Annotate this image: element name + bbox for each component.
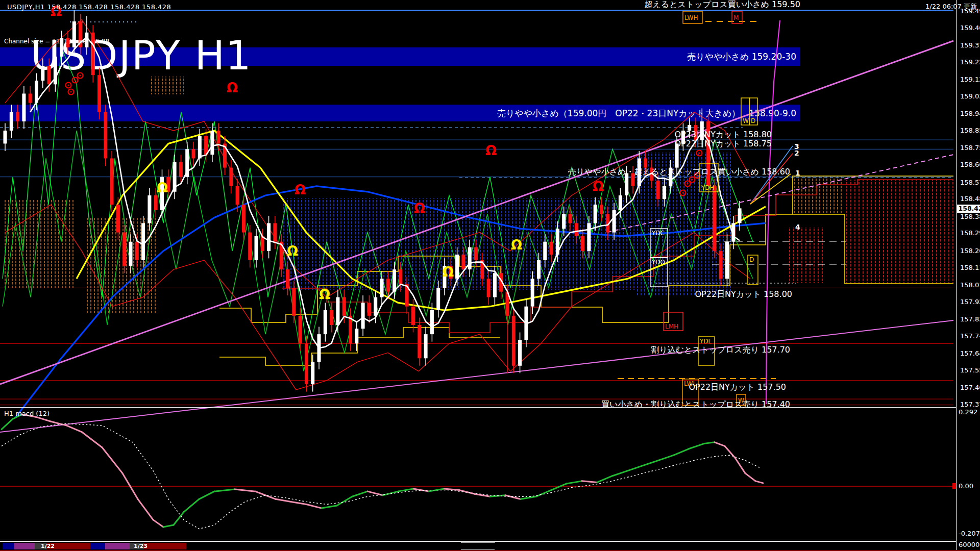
fan-line <box>750 174 791 204</box>
candle-body <box>600 205 603 214</box>
session-segment <box>105 543 130 549</box>
ichimoku-cloud-region <box>151 77 184 94</box>
price-axis-tick: 157.740 <box>960 332 980 340</box>
price-axis-tick: 158.665 <box>960 161 980 168</box>
candle-body <box>97 75 101 112</box>
price-axis-tick: 158.755 <box>960 144 980 152</box>
macd-line-segment <box>306 504 322 508</box>
macd-panel-bottom-separator <box>0 539 956 539</box>
macd-line-segment <box>235 489 255 491</box>
candle-body <box>374 297 377 316</box>
level-box-label: D <box>749 256 754 263</box>
candle-body <box>41 66 44 81</box>
candle-body <box>342 297 346 316</box>
session-date-label: 1/23 <box>134 543 148 549</box>
candle-body <box>663 186 666 199</box>
candle-body <box>512 316 516 366</box>
cloud-border-line <box>219 328 500 365</box>
level-box-label: YDL <box>699 338 712 345</box>
candle-body <box>461 255 465 269</box>
macd-line-segment <box>214 489 235 491</box>
candle-body <box>436 288 440 310</box>
level-box-label: YDH <box>701 184 715 191</box>
candle-body <box>493 273 497 297</box>
macd-line-segment <box>398 489 413 491</box>
candle-body <box>273 223 277 241</box>
candle-body <box>719 251 723 279</box>
candle-body <box>455 255 459 279</box>
fan-label: 1 <box>795 169 800 177</box>
volume-axis-label: 60000 <box>959 541 979 548</box>
buy-signal-icon: Ω <box>511 237 522 253</box>
macd-line-segment <box>745 473 755 481</box>
candle-body <box>292 288 296 315</box>
fan-label: 2 <box>794 149 799 157</box>
candle-body <box>210 131 214 155</box>
candle-body <box>116 205 120 232</box>
candle-body <box>4 131 7 143</box>
macd-line-segment <box>725 446 735 458</box>
candle-body <box>581 236 584 251</box>
macd-axis-tick: 0.292 <box>959 408 977 416</box>
macd-signal-line <box>2 423 761 529</box>
buy-signal-icon: Ω <box>319 287 330 302</box>
candle-body <box>16 112 19 121</box>
buy-signal-icon: Ω <box>443 264 454 280</box>
alert-dot-icon <box>682 192 683 193</box>
candle-body <box>229 168 233 186</box>
candle-body <box>386 279 390 291</box>
macd-line-segment <box>322 506 337 508</box>
level-box-label: LWH <box>684 14 698 21</box>
macd-line-segment <box>102 447 122 473</box>
macd-line-segment <box>643 460 658 465</box>
candle-body <box>468 247 472 270</box>
macd-line-segment <box>715 442 725 446</box>
candle-body <box>656 181 660 199</box>
level-box-label: D <box>751 117 755 124</box>
main-chart-canvas: 売りやや小さめ 159.20-30売りやや小さめ（159.00円 OP22・23… <box>0 0 980 551</box>
macd-line-segment <box>36 417 51 421</box>
candle-body <box>311 362 314 385</box>
alert-dot-icon <box>67 84 69 86</box>
level-box-label: M <box>733 14 739 21</box>
sell-signal-icon: Ω <box>485 143 497 158</box>
price-annotation: 売りやや小さめ・超えるとストップロス買い小さめ 158.60 <box>568 167 790 177</box>
price-annotation: OP22日NYカット 158.75 <box>674 139 772 148</box>
session-segment <box>3 543 14 549</box>
price-axis-tick: 158.850 <box>960 127 980 134</box>
macd-line-segment <box>276 499 291 502</box>
candle-body <box>399 269 402 284</box>
candle-body <box>619 195 622 210</box>
price-axis-tick: 159.220 <box>960 58 980 66</box>
macd-line-segment <box>505 495 521 499</box>
candle-body <box>424 334 428 358</box>
candle-body <box>148 195 151 223</box>
price-axis-tick: 158.110 <box>960 264 980 271</box>
candle-body <box>29 93 32 103</box>
candle-body <box>393 269 396 292</box>
candle-body <box>531 279 534 306</box>
candle-body <box>368 303 371 315</box>
symbol-title: USDJPY,H1 158.428 158.428 158.428 158.42… <box>7 3 171 11</box>
price-axis-tick: 158.015 <box>960 281 980 289</box>
candle-body <box>594 205 597 223</box>
candle-body <box>713 186 716 251</box>
candle-body <box>612 210 616 233</box>
session-segment <box>90 543 105 549</box>
candle-body <box>217 131 220 143</box>
price-axis-tick: 159.495 <box>960 7 980 15</box>
candle-body <box>154 195 158 210</box>
candle-body <box>430 310 434 334</box>
candle-body <box>543 242 547 260</box>
buy-signal-icon: Ω <box>157 180 168 195</box>
candle-body <box>242 205 246 232</box>
sell-signal-icon: Ω <box>414 201 425 216</box>
candle-body <box>22 93 26 121</box>
macd-line-segment <box>255 491 276 499</box>
price-axis-tick: 158.480 <box>960 195 980 203</box>
level-box-label: YDC <box>651 230 665 237</box>
candle-body <box>122 233 126 266</box>
candle-body <box>129 242 133 266</box>
candle-body <box>248 233 252 260</box>
macd-line-segment <box>582 481 597 483</box>
